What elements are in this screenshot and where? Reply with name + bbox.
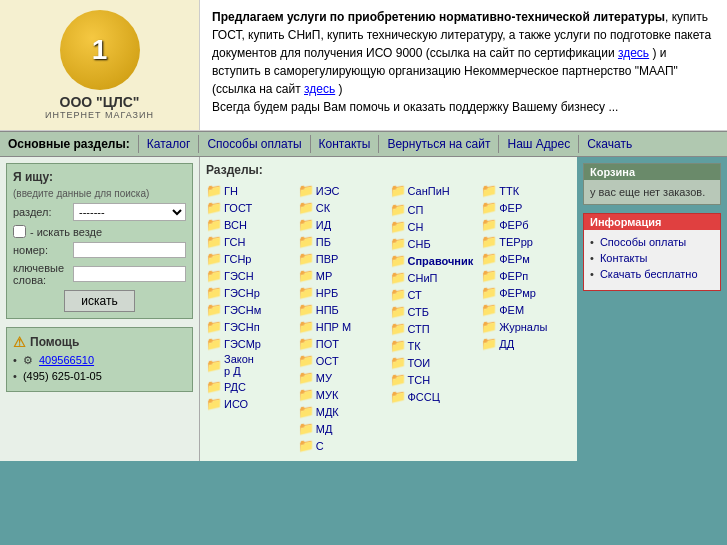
logo-circle: 1 bbox=[60, 10, 140, 90]
list-item: 📁ГСНр bbox=[206, 251, 296, 266]
section-link[interactable]: ПОТ bbox=[316, 338, 339, 350]
list-item: 📁МР bbox=[298, 268, 388, 283]
section-link[interactable]: ГСН bbox=[224, 236, 245, 248]
section-link[interactable]: МР bbox=[316, 270, 333, 282]
razdel-select[interactable]: ------- bbox=[73, 203, 186, 221]
section-link[interactable]: СТ bbox=[408, 289, 422, 301]
logo-area: 1 ООО "ЦЛС" ИНТЕРНЕТ МАГАЗИН bbox=[0, 0, 200, 130]
section-link[interactable]: ТЕРрр bbox=[499, 236, 533, 248]
section-link[interactable]: ГН bbox=[224, 185, 238, 197]
section-link[interactable]: СП bbox=[408, 204, 424, 216]
promo-link1[interactable]: здесь bbox=[618, 46, 649, 60]
info-link-download[interactable]: Скачать бесплатно bbox=[600, 268, 698, 280]
section-link[interactable]: ФЕРм bbox=[499, 253, 530, 265]
folder-icon: 📁 bbox=[206, 302, 222, 317]
section-link[interactable]: ФССЦ bbox=[408, 391, 440, 403]
list-item: 📁ВСН bbox=[206, 217, 296, 232]
section-link[interactable]: СНиП bbox=[408, 272, 438, 284]
section-link[interactable]: ГСНр bbox=[224, 253, 251, 265]
section-link[interactable]: НПР М bbox=[316, 321, 351, 333]
section-link[interactable]: Справочник bbox=[408, 255, 474, 267]
folder-icon: 📁 bbox=[206, 336, 222, 351]
section-link[interactable]: МД bbox=[316, 423, 333, 435]
section-link[interactable]: ФЕМ bbox=[499, 304, 524, 316]
list-item: 📁НПР М bbox=[298, 319, 388, 334]
section-link[interactable]: ГЭСМр bbox=[224, 338, 261, 350]
section-link[interactable]: ВСН bbox=[224, 219, 247, 231]
sections-title: Разделы: bbox=[206, 163, 571, 177]
nav-link-download[interactable]: Скачать bbox=[578, 135, 640, 153]
nomer-input[interactable] bbox=[73, 242, 186, 258]
section-link[interactable]: ГЭСНм bbox=[224, 304, 261, 316]
section-link[interactable]: ГЭСН bbox=[224, 270, 254, 282]
list-item: 📁СТ bbox=[390, 287, 480, 302]
section-link[interactable]: ИЭС bbox=[316, 185, 340, 197]
everywhere-checkbox[interactable] bbox=[13, 225, 26, 238]
list-item: 📁МУ bbox=[298, 370, 388, 385]
nav-link-catalog[interactable]: Каталог bbox=[138, 135, 199, 153]
bullet2-icon: • bbox=[13, 370, 17, 382]
section-link[interactable]: НПБ bbox=[316, 304, 339, 316]
section-link[interactable]: СТП bbox=[408, 323, 430, 335]
section-link[interactable]: ГЭСНр bbox=[224, 287, 260, 299]
section-link[interactable]: МДК bbox=[316, 406, 339, 418]
bullet-icon: • bbox=[13, 354, 17, 366]
section-link[interactable]: МУ bbox=[316, 372, 332, 384]
nav-link-contacts[interactable]: Контакты bbox=[310, 135, 379, 153]
section-link[interactable]: ПБ bbox=[316, 236, 331, 248]
search-title: Я ищу: bbox=[13, 170, 186, 184]
list-item: 📁ГЭСН bbox=[206, 268, 296, 283]
section-link[interactable]: ФЕР bbox=[499, 202, 522, 214]
section-link[interactable]: СН bbox=[408, 221, 424, 233]
section-link[interactable]: СанПиН bbox=[408, 185, 450, 197]
promo-link2[interactable]: здесь bbox=[304, 82, 335, 96]
info-link-contacts[interactable]: Контакты bbox=[600, 252, 648, 264]
section-link[interactable]: ФЕРп bbox=[499, 270, 528, 282]
search-button[interactable]: искать bbox=[64, 290, 134, 312]
section-link[interactable]: СТБ bbox=[408, 306, 430, 318]
section-link[interactable]: ТОИ bbox=[408, 357, 431, 369]
section-link[interactable]: СК bbox=[316, 202, 330, 214]
keys-input[interactable] bbox=[73, 266, 186, 282]
folder-icon: 📁 bbox=[206, 285, 222, 300]
info-link-payment[interactable]: Способы оплаты bbox=[600, 236, 686, 248]
cart-title: Корзина bbox=[584, 164, 720, 180]
section-link[interactable]: ТТК bbox=[499, 185, 519, 197]
col4: 📁ТТК 📁ФЕР 📁ФЕРб 📁ТЕРрр 📁ФЕРм 📁ФЕРп 📁ФЕРм… bbox=[481, 183, 571, 455]
section-link[interactable]: ГОСТ bbox=[224, 202, 252, 214]
section-link[interactable]: ФЕРб bbox=[499, 219, 528, 231]
list-item: 📁С bbox=[298, 438, 388, 453]
section-link[interactable]: ГЭСНп bbox=[224, 321, 260, 333]
section-link[interactable]: ТК bbox=[408, 340, 421, 352]
help-phone1-link[interactable]: 409566510 bbox=[39, 354, 94, 366]
section-link[interactable]: ТСН bbox=[408, 374, 431, 386]
section-link[interactable]: ФЕРмр bbox=[499, 287, 536, 299]
folder-icon: 📁 bbox=[298, 268, 314, 283]
info-box: Информация • Способы оплаты • Контакты •… bbox=[583, 213, 721, 291]
section-link[interactable]: МУК bbox=[316, 389, 339, 401]
folder-icon: 📁 bbox=[206, 379, 222, 394]
list-item: 📁ИЭС bbox=[298, 183, 388, 198]
section-link[interactable]: ОСТ bbox=[316, 355, 339, 367]
nomer-row: номер: bbox=[13, 242, 186, 258]
section-link[interactable]: С bbox=[316, 440, 324, 452]
nav-link-payment[interactable]: Способы оплаты bbox=[198, 135, 309, 153]
section-link[interactable]: Законр Д bbox=[224, 353, 254, 377]
section-link[interactable]: ИСО bbox=[224, 398, 248, 410]
section-link[interactable]: ДД bbox=[499, 338, 514, 350]
col1: 📁ГН 📁ГОСТ 📁ВСН 📁ГСН 📁ГСНр 📁ГЭСН 📁ГЭСНр 📁… bbox=[206, 183, 296, 455]
section-link[interactable]: ИД bbox=[316, 219, 331, 231]
folder-icon: 📁 bbox=[390, 389, 406, 404]
folder-icon: 📁 bbox=[298, 251, 314, 266]
nav-link-address[interactable]: Наш Адрес bbox=[498, 135, 578, 153]
section-link[interactable]: ПВР bbox=[316, 253, 339, 265]
folder-icon: 📁 bbox=[390, 253, 406, 268]
section-link[interactable]: СНБ bbox=[408, 238, 431, 250]
nav-link-back[interactable]: Вернуться на сайт bbox=[378, 135, 498, 153]
section-link[interactable]: РДС bbox=[224, 381, 246, 393]
section-link[interactable]: НРБ bbox=[316, 287, 339, 299]
bullet-icon: • bbox=[590, 236, 594, 248]
section-link[interactable]: Журналы bbox=[499, 321, 547, 333]
list-item: 📁СТБ bbox=[390, 304, 480, 319]
gear-icon: ⚙ bbox=[23, 354, 33, 366]
